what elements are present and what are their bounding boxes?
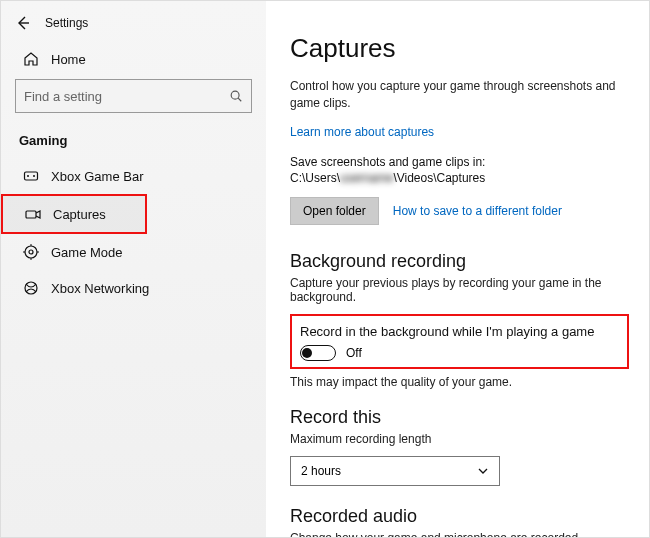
save-path-user: username [340,171,393,185]
networking-icon [23,280,39,296]
record-background-toggle[interactable] [300,345,336,361]
background-recording-sub: Capture your previous plays by recording… [290,276,629,304]
nav-item-label: Game Mode [51,245,254,260]
chevron-down-icon [477,465,489,477]
save-path-suffix: \Videos\Captures [393,171,485,185]
svg-point-6 [29,250,33,254]
toggle-state-text: Off [346,346,362,360]
svg-point-3 [33,175,35,177]
category-label: Gaming [1,127,266,158]
save-path-text: Save screenshots and game clips in: C:\U… [290,154,629,188]
recorded-audio-header: Recorded audio [290,506,629,527]
nav-item-label: Captures [53,207,106,222]
page-description: Control how you capture your game throug… [290,78,629,112]
nav-item-label: Xbox Game Bar [51,169,254,184]
nav-item-xbox-game-bar[interactable]: Xbox Game Bar [1,158,266,194]
captures-icon [25,206,41,222]
svg-point-5 [25,246,37,258]
svg-point-0 [231,91,239,99]
app-title: Settings [45,16,88,30]
max-length-label: Maximum recording length [290,432,629,446]
nav-item-label: Xbox Networking [51,281,254,296]
back-icon[interactable] [15,15,31,31]
gamemode-icon [23,244,39,260]
nav-item-captures[interactable]: Captures [1,194,147,234]
record-background-label: Record in the background while I'm playi… [300,324,617,339]
record-this-header: Record this [290,407,629,428]
search-input[interactable] [15,79,252,113]
home-label: Home [51,52,86,67]
sidebar: Settings Home Gaming Xbox Game Bar Captu… [1,1,266,537]
svg-point-7 [25,282,37,294]
max-length-select[interactable]: 2 hours [290,456,500,486]
svg-rect-4 [26,211,36,218]
search-icon [229,89,243,103]
search-field[interactable] [24,89,229,104]
nav-list: Xbox Game Bar Captures Game Mode Xbox Ne… [1,158,266,306]
page-title: Captures [290,33,629,64]
home-icon [23,51,39,67]
how-to-save-link[interactable]: How to save to a different folder [393,204,562,218]
nav-item-xbox-networking[interactable]: Xbox Networking [1,270,266,306]
svg-point-2 [27,175,29,177]
recorded-audio-sub: Change how your game and microphone are … [290,531,629,537]
main-content: Captures Control how you capture your ga… [266,1,649,537]
max-length-value: 2 hours [301,464,341,478]
gamebar-icon [23,168,39,184]
background-recording-header: Background recording [290,251,629,272]
nav-item-game-mode[interactable]: Game Mode [1,234,266,270]
impact-text: This may impact the quality of your game… [290,375,629,389]
background-record-highlight: Record in the background while I'm playi… [290,314,629,369]
nav-home[interactable]: Home [1,41,266,79]
open-folder-button[interactable]: Open folder [290,197,379,225]
svg-rect-1 [25,172,38,180]
learn-more-link[interactable]: Learn more about captures [290,125,434,139]
